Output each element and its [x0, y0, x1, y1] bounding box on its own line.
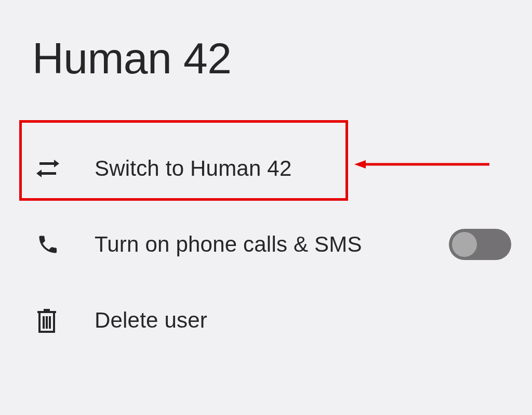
user-settings-page: Human 42 Switch to Human 42	[0, 0, 532, 415]
svg-rect-2	[42, 172, 56, 175]
swap-icon	[36, 158, 95, 179]
svg-marker-1	[54, 160, 59, 167]
switch-user-row[interactable]: Switch to Human 42	[0, 131, 532, 206]
phone-sms-toggle[interactable]	[449, 229, 511, 260]
phone-icon	[36, 233, 95, 256]
page-title: Human 42	[0, 33, 532, 84]
phone-sms-label: Turn on phone calls & SMS	[95, 232, 449, 257]
svg-marker-3	[36, 170, 42, 177]
delete-user-row[interactable]: Delete user	[0, 282, 532, 358]
trash-icon	[36, 308, 95, 333]
phone-sms-row[interactable]: Turn on phone calls & SMS	[0, 206, 532, 282]
svg-rect-0	[39, 162, 54, 165]
switch-user-label: Switch to Human 42	[95, 156, 511, 181]
toggle-knob	[452, 232, 477, 257]
settings-list: Switch to Human 42 Turn on phone calls &…	[0, 131, 532, 358]
delete-user-label: Delete user	[95, 308, 511, 333]
